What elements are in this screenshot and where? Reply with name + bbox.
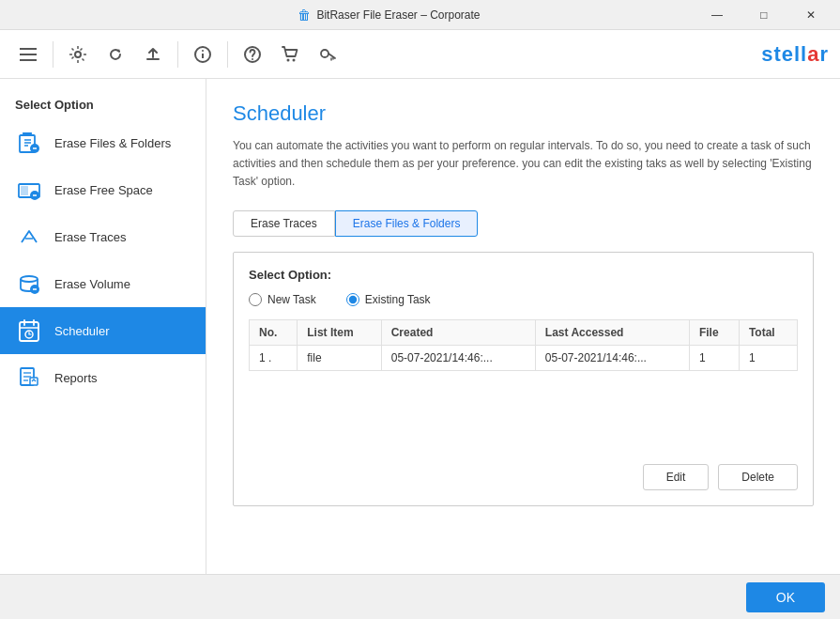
close-button[interactable]: ✕: [789, 0, 832, 30]
sidebar-label-erase-volume: Erase Volume: [54, 277, 130, 291]
radio-new-task-label: New Task: [267, 293, 316, 306]
toolbar-divider-3: [227, 41, 228, 68]
sidebar-item-scheduler[interactable]: Scheduler: [0, 307, 206, 354]
table-body: 1 .file05-07-2021/14:46:...05-07-2021/14…: [250, 345, 798, 370]
page-title: Scheduler: [233, 101, 814, 126]
select-option-panel: Select Option: New Task Existing Task: [233, 252, 814, 506]
svg-point-11: [321, 50, 328, 57]
refresh-button[interactable]: [99, 38, 132, 71]
table-cell-4: 1: [689, 345, 739, 370]
table-head: No. List Item Created Last Accessed File…: [250, 319, 798, 345]
table-cell-5: 1: [739, 345, 797, 370]
sidebar-item-erase-files[interactable]: Erase Files & Folders: [0, 119, 206, 166]
cart-button[interactable]: [273, 38, 307, 71]
reports-icon: [15, 364, 43, 392]
ok-button[interactable]: OK: [746, 582, 825, 612]
svg-point-9: [287, 58, 290, 61]
sidebar-label-reports: Reports: [54, 371, 98, 385]
content-description: You can automate the activities you want…: [233, 137, 814, 192]
table-cell-0: 1 .: [250, 345, 298, 370]
sidebar-header: Select Option: [0, 86, 206, 119]
svg-rect-0: [20, 48, 37, 50]
svg-rect-1: [20, 54, 37, 55]
app-icon: 🗑: [298, 8, 311, 23]
settings-button[interactable]: [61, 38, 95, 71]
tab-row: Erase Traces Erase Files & Folders: [233, 210, 814, 237]
sidebar-item-erase-volume[interactable]: Erase Volume: [0, 260, 206, 307]
cart-icon: [281, 45, 299, 64]
scheduler-icon: [15, 317, 43, 345]
col-total: Total: [739, 319, 797, 345]
panel-title: Select Option:: [249, 268, 798, 282]
svg-rect-19: [21, 186, 28, 195]
task-table-wrapper: No. List Item Created Last Accessed File…: [249, 319, 798, 451]
sidebar-item-reports[interactable]: Reports: [0, 354, 206, 401]
task-table: No. List Item Created Last Accessed File…: [249, 319, 798, 371]
refresh-icon: [106, 45, 125, 64]
bottom-bar: OK: [0, 574, 840, 619]
table-cell-2: 05-07-2021/14:46:...: [381, 345, 535, 370]
action-row: Edit Delete: [249, 464, 798, 490]
upload-icon: [144, 45, 162, 64]
toolbar-divider-1: [53, 41, 53, 68]
table-header-row: No. List Item Created Last Accessed File…: [250, 319, 798, 345]
erase-free-space-icon: [15, 176, 43, 204]
col-file: File: [689, 319, 739, 345]
minimize-button[interactable]: —: [695, 0, 739, 30]
tab-erase-files-folders[interactable]: Erase Files & Folders: [335, 210, 479, 237]
radio-new-task[interactable]: New Task: [249, 293, 316, 306]
app-logo: stellar: [761, 42, 829, 67]
info-button[interactable]: [186, 38, 220, 71]
erase-volume-icon: [15, 270, 43, 298]
radio-group: New Task Existing Task: [249, 293, 798, 306]
table-cell-1: file: [298, 345, 381, 370]
settings-icon: [69, 45, 87, 64]
main-area: Select Option Erase Files & Folders: [0, 79, 840, 574]
content-area: Scheduler You can automate the activitie…: [206, 79, 840, 574]
edit-button[interactable]: Edit: [643, 464, 710, 490]
sidebar-label-scheduler: Scheduler: [54, 324, 110, 338]
toolbar-divider-2: [177, 41, 178, 68]
erase-traces-icon: [15, 223, 43, 251]
svg-rect-2: [20, 59, 37, 61]
sidebar-item-erase-free-space[interactable]: Erase Free Space: [0, 166, 206, 213]
key-button[interactable]: [311, 38, 344, 71]
tab-erase-traces[interactable]: Erase Traces: [233, 210, 335, 237]
title-bar-center: 🗑 BitRaser File Eraser – Corporate: [298, 8, 480, 23]
sidebar: Select Option Erase Files & Folders: [0, 79, 206, 574]
col-no: No.: [250, 319, 298, 345]
window-title: BitRaser File Eraser – Corporate: [316, 8, 480, 22]
col-list-item: List Item: [298, 319, 381, 345]
title-bar: 🗑 BitRaser File Eraser – Corporate — □ ✕: [0, 0, 840, 30]
radio-existing-task-input[interactable]: [346, 293, 359, 306]
radio-existing-task[interactable]: Existing Task: [346, 293, 431, 306]
sidebar-item-erase-traces[interactable]: Erase Traces: [0, 213, 206, 260]
sidebar-label-erase-free-space: Erase Free Space: [54, 183, 153, 197]
upload-button[interactable]: [136, 38, 170, 71]
svg-point-8: [252, 58, 253, 60]
toolbar: stellar: [0, 30, 840, 79]
col-last-accessed: Last Accessed: [535, 319, 689, 345]
menu-icon: [20, 48, 37, 61]
radio-existing-task-label: Existing Task: [365, 293, 431, 306]
radio-new-task-input[interactable]: [249, 293, 262, 306]
help-button[interactable]: [236, 38, 269, 71]
key-icon: [318, 45, 337, 64]
erase-files-icon: [15, 129, 43, 157]
sidebar-label-erase-files: Erase Files & Folders: [54, 136, 171, 150]
svg-point-3: [75, 52, 81, 57]
svg-point-22: [21, 276, 38, 282]
menu-button[interactable]: [11, 38, 45, 71]
svg-point-10: [293, 58, 296, 61]
maximize-button[interactable]: □: [742, 0, 786, 30]
help-icon: [243, 45, 262, 64]
info-icon: [193, 45, 212, 64]
col-created: Created: [381, 319, 535, 345]
svg-point-6: [202, 50, 204, 52]
title-bar-controls: — □ ✕: [695, 0, 832, 30]
delete-button[interactable]: Delete: [718, 464, 798, 490]
table-cell-3: 05-07-2021/14:46:...: [535, 345, 689, 370]
sidebar-label-erase-traces: Erase Traces: [54, 230, 127, 244]
table-row[interactable]: 1 .file05-07-2021/14:46:...05-07-2021/14…: [250, 345, 798, 370]
